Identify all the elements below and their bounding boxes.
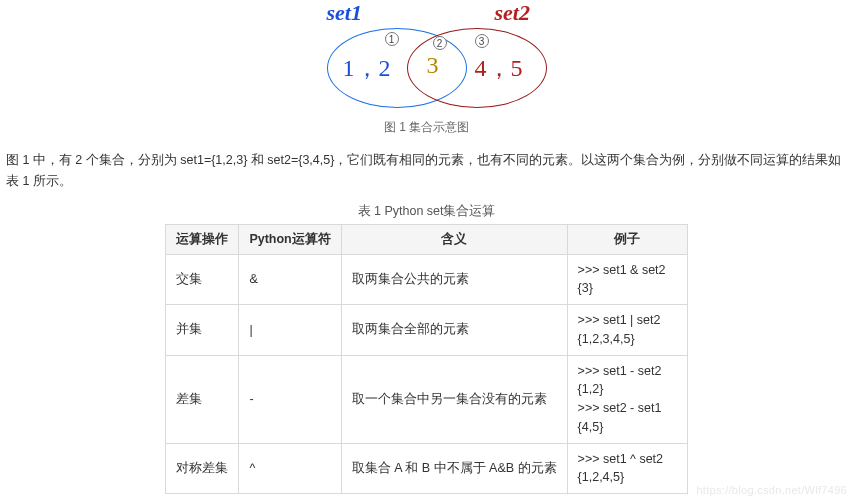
header-operator: Python运算符 — [239, 224, 341, 254]
venn-diagram: set1 set2 1 2 3 1，2 3 4，5 — [277, 4, 577, 114]
header-operation: 运算操作 — [166, 224, 239, 254]
table-row: 交集 & 取两集合公共的元素 >>> set1 & set2{3} — [166, 254, 687, 305]
figure-caption: 图 1 集合示意图 — [0, 119, 853, 136]
table-row: 并集 | 取两集合全部的元素 >>> set1 | set2{1,2,3,4,5… — [166, 305, 687, 356]
table-row: 对称差集 ^ 取集合 A 和 B 中不属于 A&B 的元素 >>> set1 ^… — [166, 443, 687, 494]
set1-only-values: 1，2 — [343, 52, 391, 84]
cell-operator: | — [239, 305, 341, 356]
set2-only-values: 4，5 — [475, 52, 523, 84]
cell-meaning: 取两集合公共的元素 — [341, 254, 567, 305]
table-header-row: 运算操作 Python运算符 含义 例子 — [166, 224, 687, 254]
cell-operator: - — [239, 355, 341, 443]
cell-operation: 交集 — [166, 254, 239, 305]
header-example: 例子 — [567, 224, 687, 254]
cell-meaning: 取集合 A 和 B 中不属于 A&B 的元素 — [341, 443, 567, 494]
cell-example: >>> set1 ^ set2{1,2,4,5} — [567, 443, 687, 494]
region-marker-1: 1 — [385, 32, 399, 46]
region-marker-2: 2 — [433, 36, 447, 50]
intersection-values: 3 — [427, 52, 439, 79]
cell-meaning: 取两集合全部的元素 — [341, 305, 567, 356]
description-text: 图 1 中，有 2 个集合，分别为 set1={1,2,3} 和 set2={3… — [6, 150, 847, 193]
cell-example: >>> set1 - set2{1,2}>>> set2 - set1{4,5} — [567, 355, 687, 443]
header-meaning: 含义 — [341, 224, 567, 254]
cell-operator: ^ — [239, 443, 341, 494]
set2-label: set2 — [495, 0, 530, 26]
table-row: 差集 - 取一个集合中另一集合没有的元素 >>> set1 - set2{1,2… — [166, 355, 687, 443]
cell-operation: 差集 — [166, 355, 239, 443]
cell-example: >>> set1 & set2{3} — [567, 254, 687, 305]
table-caption: 表 1 Python set集合运算 — [0, 203, 853, 220]
region-marker-3: 3 — [475, 34, 489, 48]
cell-operator: & — [239, 254, 341, 305]
cell-operation: 并集 — [166, 305, 239, 356]
venn-diagram-container: set1 set2 1 2 3 1，2 3 4，5 图 1 集合示意图 — [0, 0, 853, 136]
watermark-text: https://blog.csdn.net/Wlf7496 — [696, 484, 847, 496]
cell-meaning: 取一个集合中另一集合没有的元素 — [341, 355, 567, 443]
cell-example: >>> set1 | set2{1,2,3,4,5} — [567, 305, 687, 356]
cell-operation: 对称差集 — [166, 443, 239, 494]
set1-label: set1 — [327, 0, 362, 26]
operations-table: 运算操作 Python运算符 含义 例子 交集 & 取两集合公共的元素 >>> … — [165, 224, 687, 495]
